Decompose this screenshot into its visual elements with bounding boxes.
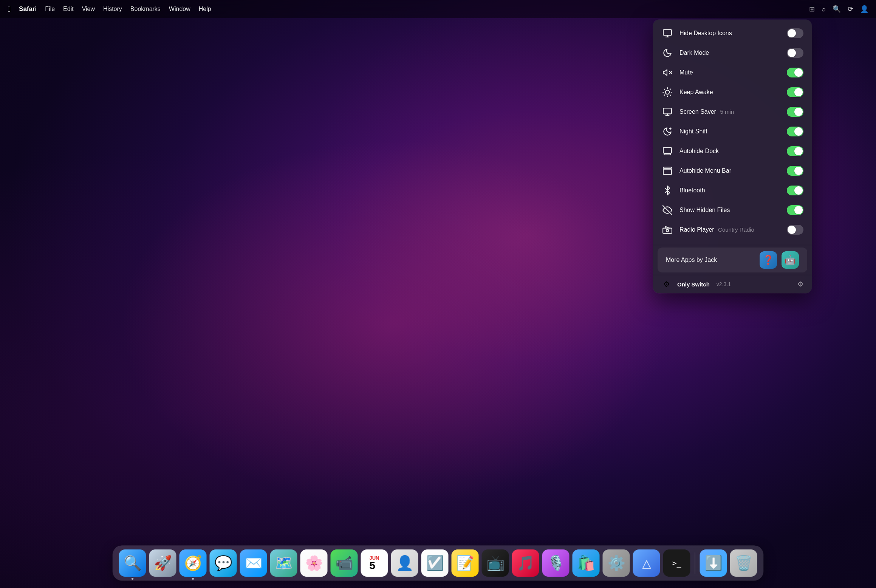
dock-item-messages[interactable]: 💬 xyxy=(210,549,237,577)
menubar-file[interactable]: File xyxy=(45,6,55,12)
toggle-switch-show-hidden-files[interactable] xyxy=(787,205,803,215)
autohide-menu-bar-icon xyxy=(661,165,673,177)
appstore-icon: 🛍️ xyxy=(577,555,595,571)
dock-item-maps[interactable]: 🗺️ xyxy=(270,549,297,577)
dock-item-altstore[interactable]: △ xyxy=(633,549,660,577)
dock-separator xyxy=(695,552,695,574)
user-icon[interactable]: 👤 xyxy=(860,5,868,13)
photos-icon: 🌸 xyxy=(305,555,323,571)
toggle-switch-screen-saver[interactable] xyxy=(787,107,803,117)
reminders-icon: ☑️ xyxy=(426,555,444,571)
spotlight-icon[interactable]: ⌕ xyxy=(822,5,826,13)
dock-item-podcasts[interactable]: 🎙️ xyxy=(542,549,570,577)
toggle-label-keep-awake: Keep Awake xyxy=(679,89,781,96)
svg-line-13 xyxy=(664,95,665,96)
radio-player-icon xyxy=(661,224,673,236)
toggle-row-autohide-dock[interactable]: Autohide Dock xyxy=(653,141,812,161)
safari-icon: 🧭 xyxy=(184,555,202,571)
toggle-row-screen-saver[interactable]: Screen Saver 5 min xyxy=(653,102,812,122)
more-apps-label: More Apps by Jack xyxy=(666,257,755,263)
toggle-row-radio-player[interactable]: Radio Player Country Radio xyxy=(653,220,812,240)
dock-item-terminal[interactable]: >_ xyxy=(663,549,690,577)
menubar-window[interactable]: Window xyxy=(169,6,190,12)
toggle-row-bluetooth[interactable]: Bluetooth xyxy=(653,181,812,200)
screen-saver-icon xyxy=(661,106,673,118)
more-apps-section[interactable]: More Apps by Jack ❓ 🤖 xyxy=(658,248,807,272)
dock-item-finder[interactable]: 🔍 xyxy=(119,549,146,577)
toggle-label-show-hidden-files: Show Hidden Files xyxy=(679,207,781,214)
svg-marker-3 xyxy=(663,70,667,75)
toggle-row-mute[interactable]: Mute xyxy=(653,63,812,82)
settings-gear-icon[interactable]: ⚙ xyxy=(797,280,803,288)
dock-item-system-preferences[interactable]: ⚙️ xyxy=(603,549,630,577)
radio-player-secondary: Country Radio xyxy=(718,226,754,233)
toggle-label-mute: Mute xyxy=(679,69,781,76)
dock-dot-safari xyxy=(192,578,194,580)
svg-line-10 xyxy=(670,95,671,96)
dock-item-downloads[interactable]: ⬇️ xyxy=(700,549,727,577)
dock-item-mail[interactable]: ✉️ xyxy=(240,549,267,577)
footer-version: v2.3.1 xyxy=(717,281,731,287)
dock-item-launchpad[interactable]: 🚀 xyxy=(149,549,176,577)
finder-icon: 🔍 xyxy=(124,555,141,571)
toggle-switch-night-shift[interactable] xyxy=(787,127,803,136)
toggle-switch-hide-desktop-icons[interactable] xyxy=(787,28,803,38)
apple-menu[interactable]:  xyxy=(8,4,11,14)
toggle-switch-keep-awake[interactable] xyxy=(787,87,803,97)
only-switch-icon: ⚙ xyxy=(661,279,672,289)
toggle-row-keep-awake[interactable]: Keep Awake xyxy=(653,82,812,102)
menubar-right: ⊞ ⌕ 🔍 ⟳ 👤 xyxy=(809,5,868,13)
siri-icon[interactable]: ⟳ xyxy=(848,5,853,13)
dock-item-safari[interactable]: 🧭 xyxy=(180,549,207,577)
svg-rect-23 xyxy=(663,169,672,175)
menubar-history[interactable]: History xyxy=(103,6,122,12)
menubar-help[interactable]: Help xyxy=(199,6,211,12)
toggle-row-night-shift[interactable]: Night Shift xyxy=(653,122,812,141)
footer-app-name: Only Switch xyxy=(677,281,710,288)
search-icon[interactable]: 🔍 xyxy=(833,5,841,13)
dock-item-calendar[interactable]: JUN5 xyxy=(361,549,388,577)
toggle-switch-bluetooth[interactable] xyxy=(787,186,803,195)
dock-item-trash[interactable]: 🗑️ xyxy=(730,549,757,577)
toggle-row-show-hidden-files[interactable]: Show Hidden Files xyxy=(653,200,812,220)
more-apps-btn-2[interactable]: 🤖 xyxy=(782,251,799,269)
toggle-row-dark-mode[interactable]: Dark Mode xyxy=(653,43,812,63)
svg-rect-15 xyxy=(663,108,672,114)
toggle-label-autohide-menu-bar: Autohide Menu Bar xyxy=(679,167,781,174)
calendar-icon: JUN5 xyxy=(369,556,379,571)
toggle-label-autohide-dock: Autohide Dock xyxy=(679,148,781,155)
terminal-icon: >_ xyxy=(672,559,681,568)
downloads-icon: ⬇️ xyxy=(704,555,722,571)
dock-item-notes[interactable]: 📝 xyxy=(452,549,479,577)
trash-icon: 🗑️ xyxy=(735,555,752,571)
dock-item-appstore[interactable]: 🛍️ xyxy=(573,549,600,577)
dark-mode-icon xyxy=(661,47,673,59)
toggle-switch-mute[interactable] xyxy=(787,68,803,77)
dock-item-reminders[interactable]: ☑️ xyxy=(421,549,449,577)
dock-item-appletv[interactable]: 📺 xyxy=(482,549,509,577)
dock-item-photos[interactable]: 🌸 xyxy=(300,549,328,577)
svg-rect-20 xyxy=(663,147,672,153)
toggle-row-hide-desktop-icons[interactable]: Hide Desktop Icons xyxy=(653,23,812,43)
more-apps-btn-1[interactable]: ❓ xyxy=(760,251,777,269)
monitor-icon xyxy=(661,27,673,39)
toggle-row-autohide-menu-bar[interactable]: Autohide Menu Bar xyxy=(653,161,812,181)
messages-icon: 💬 xyxy=(214,555,232,571)
toggle-switch-autohide-dock[interactable] xyxy=(787,146,803,156)
control-center-icon[interactable]: ⊞ xyxy=(809,5,815,13)
toggle-switch-dark-mode[interactable] xyxy=(787,48,803,58)
dock-item-contacts[interactable]: 👤 xyxy=(391,549,418,577)
maps-icon: 🗺️ xyxy=(275,555,293,571)
toggle-switch-autohide-menu-bar[interactable] xyxy=(787,166,803,176)
appletv-icon: 📺 xyxy=(486,555,504,571)
dock-item-music[interactable]: 🎵 xyxy=(512,549,539,577)
mute-icon xyxy=(661,67,673,79)
menubar-view[interactable]: View xyxy=(82,6,95,12)
dock-dot-finder xyxy=(132,578,133,580)
menubar-app-name[interactable]: Safari xyxy=(19,5,37,13)
altstore-icon: △ xyxy=(642,557,651,570)
menubar-bookmarks[interactable]: Bookmarks xyxy=(130,6,161,12)
toggle-switch-radio-player[interactable] xyxy=(787,225,803,235)
dock-item-facetime[interactable]: 📹 xyxy=(331,549,358,577)
menubar-edit[interactable]: Edit xyxy=(63,6,74,12)
